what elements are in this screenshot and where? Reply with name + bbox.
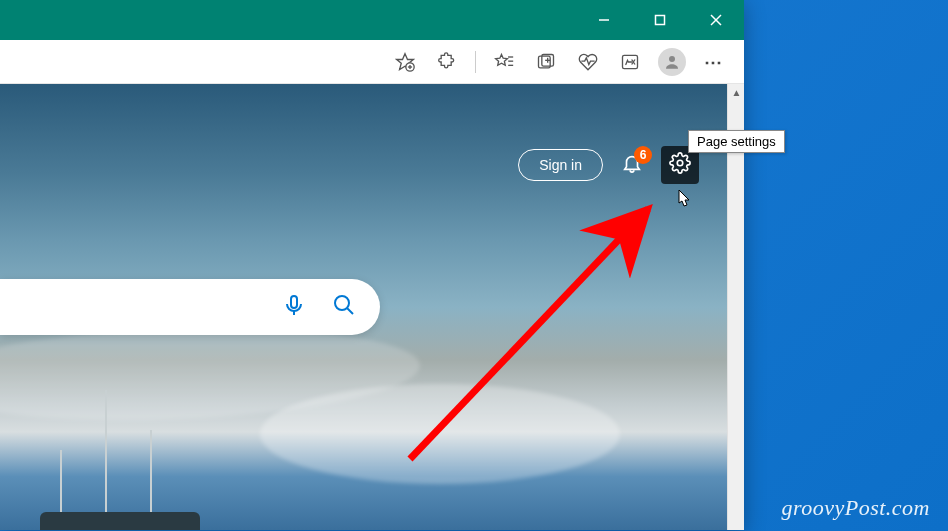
svg-point-20 [677,160,683,166]
scroll-up-icon[interactable]: ▲ [728,84,744,101]
svg-rect-1 [656,16,665,25]
close-button[interactable] [688,0,744,40]
viewport: Sign in 6 [0,84,744,530]
browser-window: ⋯ Sign in 6 [0,0,744,530]
profile-avatar[interactable] [658,48,686,76]
cursor-pointer-icon [671,188,695,216]
gear-icon [669,152,691,178]
search-icon[interactable] [332,293,356,321]
voice-search-icon[interactable] [282,293,306,321]
new-tab-page: Sign in 6 [0,84,727,530]
svg-point-23 [335,296,349,310]
notification-badge: 6 [634,146,652,164]
annotation-arrow [380,199,680,479]
notifications-button[interactable]: 6 [619,152,645,178]
favorite-star-plus-icon[interactable] [387,44,423,80]
titlebar [0,0,744,40]
collections-icon[interactable] [528,44,564,80]
svg-point-19 [669,56,675,62]
math-solver-icon[interactable] [612,44,648,80]
maximize-button[interactable] [632,0,688,40]
browser-toolbar: ⋯ [0,40,744,84]
watermark-text: groovyPost.com [781,495,930,521]
performance-heartbeat-icon[interactable] [570,44,606,80]
more-menu-button[interactable]: ⋯ [696,44,732,80]
more-icon: ⋯ [704,51,724,73]
extensions-puzzle-icon[interactable] [429,44,465,80]
favorites-list-icon[interactable] [486,44,522,80]
sign-in-button[interactable]: Sign in [518,149,603,181]
svg-line-25 [410,209,648,459]
search-bar[interactable] [0,279,380,335]
svg-rect-21 [291,296,297,308]
svg-line-24 [347,308,353,314]
toolbar-divider [475,51,476,73]
svg-marker-8 [496,54,508,65]
bg-boat [40,512,200,530]
bg-mast [105,390,107,530]
page-settings-tooltip: Page settings [688,130,785,153]
ntp-top-controls: Sign in 6 [518,146,699,184]
minimize-button[interactable] [576,0,632,40]
